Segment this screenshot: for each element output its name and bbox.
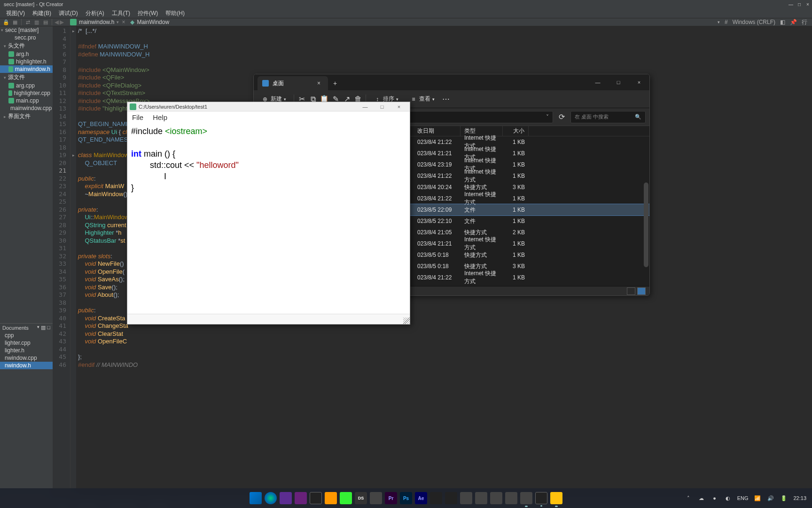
explorer-tab[interactable]: 桌面 × [258,76,328,90]
line-number[interactable]: 5 [53,43,70,51]
open-doc-item[interactable]: nwindow.cpp [0,354,53,362]
menu-item[interactable]: 视图(V) [2,8,29,18]
project-tree[interactable]: ▾ secc [master] secc.pro▾头文件arg.hhighlig… [0,26,53,499]
fold-marker[interactable] [70,82,76,90]
fold-marker[interactable] [70,322,76,330]
close-tab-button[interactable]: × [122,19,125,25]
grid-icon[interactable]: ▦ [11,18,19,26]
code-line[interactable]: void OpenFileC [78,338,810,346]
dropdown-icon[interactable]: ▾ [117,20,119,24]
fold-marker[interactable] [70,268,76,276]
code-line[interactable]: }; [78,353,810,361]
fold-marker[interactable] [70,361,76,369]
fold-marker[interactable] [70,276,76,284]
line-number-gutter[interactable]: 1456789101112131415161718192021222324252… [53,26,70,499]
fold-marker[interactable] [70,183,76,190]
taskbar-app-gen[interactable] [475,492,487,504]
fold-gutter[interactable]: ▸▸ [70,26,76,499]
bookmark-icon[interactable]: ◧ [780,19,785,25]
taskbar-app-sub[interactable] [325,492,337,504]
explorer-titlebar[interactable]: 桌面 × + — □ × [254,74,649,90]
onedrive-icon[interactable]: ☁ [698,494,705,502]
minimize-button[interactable]: — [787,0,795,8]
fold-marker[interactable] [70,89,76,97]
close-button[interactable]: × [390,103,407,111]
notepad-line[interactable]: std::cout << "helloword" [131,159,406,171]
line-number[interactable]: 15 [53,120,70,128]
volume-icon[interactable]: 🔊 [767,494,774,502]
maximize-button[interactable]: □ [795,0,804,8]
line-number[interactable]: 4 [53,35,70,43]
split-icon[interactable]: ▥ [41,325,46,331]
menu-item[interactable]: 工具(T) [108,8,134,18]
notepad-line[interactable]: #include <iostream> [131,126,406,137]
fold-marker[interactable] [70,159,76,167]
fold-marker[interactable] [70,74,76,82]
taskbar-app-edge[interactable] [265,492,277,504]
fold-marker[interactable] [70,229,76,237]
menu-item[interactable]: 帮助(H) [162,8,188,18]
new-tab-button[interactable]: + [328,76,342,90]
taskbar-app-ps[interactable]: Ps [400,492,412,504]
line-number[interactable]: 42 [53,330,70,338]
line-number[interactable]: 20 [53,159,70,167]
fold-marker[interactable] [70,315,76,323]
split-v-icon[interactable]: ▤ [42,18,49,26]
breadcrumb-file[interactable]: mainwindow.h ▾ [70,19,119,25]
line-number[interactable]: 14 [53,113,70,121]
dropdown-icon[interactable]: ▾ [37,325,39,331]
line-number[interactable]: 16 [53,128,70,136]
taskbar-app-gen[interactable] [520,492,532,504]
line-number[interactable]: 6 [53,51,70,59]
line-number[interactable]: 24 [53,190,70,198]
line-number[interactable]: 31 [53,245,70,253]
close-button[interactable]: × [804,0,812,8]
line-number[interactable]: 33 [53,260,70,268]
fold-marker[interactable] [70,58,76,66]
fold-marker[interactable] [70,353,76,361]
line-ending-label[interactable]: Windows (CRLF) [733,19,775,25]
taskbar-app-ds[interactable]: DS [355,492,367,504]
taskbar-app-gen[interactable] [505,492,517,504]
hash-icon[interactable]: # [725,19,728,25]
tray-chevron-icon[interactable]: ˄ [685,494,692,502]
line-number[interactable]: 44 [53,346,70,354]
search-input[interactable]: 在 桌面 中搜索 🔍 [570,111,646,123]
line-number[interactable]: 8 [53,66,70,74]
tree-item[interactable]: highlighter.cpp [0,89,53,97]
link-icon[interactable]: ⇄ [24,18,31,26]
code-line[interactable] [78,58,810,66]
dropdown-icon[interactable]: ▾ [718,20,720,24]
fold-marker[interactable] [70,299,76,307]
menu-item[interactable]: 分析(A) [82,8,108,18]
taskbar-app-vs[interactable] [280,492,292,504]
wifi-icon[interactable]: 📶 [754,494,761,502]
ime-indicator[interactable]: ENG [737,495,749,501]
fold-marker[interactable] [70,260,76,268]
line-number[interactable]: 35 [53,276,70,284]
line-number[interactable]: 41 [53,322,70,330]
fold-marker[interactable] [70,136,76,144]
fold-marker[interactable] [70,206,76,214]
line-number[interactable]: 32 [53,253,70,261]
taskbar-app-win[interactable] [250,492,262,504]
line-number[interactable]: 40 [53,315,70,323]
line-number[interactable]: 10 [53,82,70,90]
line-number[interactable]: 37 [53,291,70,299]
fold-marker[interactable] [70,307,76,315]
taskbar-app-term[interactable] [535,492,547,504]
code-line[interactable] [78,35,810,43]
fold-marker[interactable] [70,284,76,292]
more-icon[interactable]: ⋯ [442,95,450,103]
open-doc-item[interactable]: cpp [0,332,53,339]
line-number[interactable]: 1 [53,27,70,35]
code-line[interactable] [78,346,810,354]
line-number[interactable]: 45 [53,353,70,361]
fold-marker[interactable] [70,253,76,261]
fold-marker[interactable] [70,43,76,51]
fold-marker[interactable] [70,330,76,338]
refresh-button[interactable]: ⟳ [557,111,567,123]
code-line[interactable]: /* [...*/ [78,27,810,35]
line-number[interactable]: 46 [53,361,70,369]
minimize-button[interactable]: — [357,103,374,111]
